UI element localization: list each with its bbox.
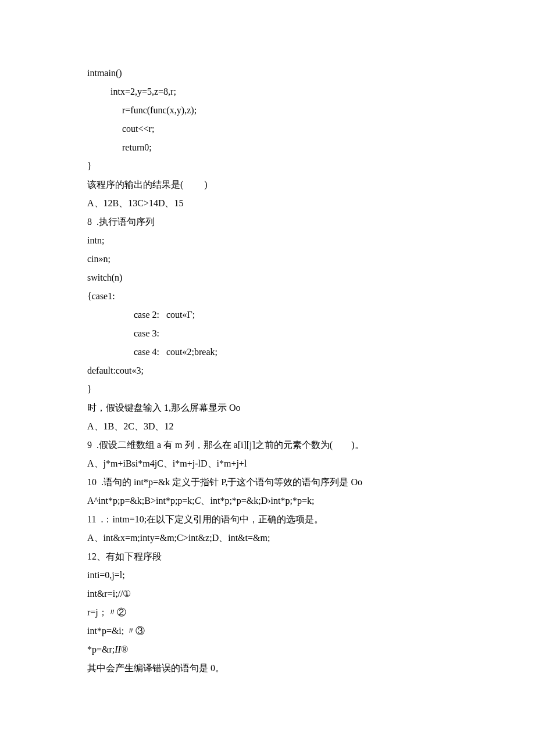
code-line: r=func(func(x,y),z); <box>87 101 448 120</box>
code-line: intmain() <box>87 64 448 83</box>
code-line: switch(n) <box>87 268 448 287</box>
question-heading: 8 .执行语句序列 <box>87 213 448 231</box>
code-line: {case1: <box>87 287 448 306</box>
code-line: intn; <box>87 231 448 250</box>
question-heading: 9 .假设二维数组 a 有 m 列，那么在 a[i][j]之前的元素个数为( )… <box>87 436 448 454</box>
code-part-italic: II® <box>115 644 128 654</box>
code-line: return0; <box>87 138 448 157</box>
code-line: int&r=i;//① <box>87 585 448 603</box>
answer-options: A、j*m+iBsi*m4jC、i*m+j-lD、i*m+j+l <box>87 454 448 473</box>
code-line: } <box>87 380 448 399</box>
code-line: intx=2,y=5,z=8,r; <box>87 83 448 101</box>
question-heading: 12、有如下程序段 <box>87 547 448 566</box>
code-line: int*p=&i; 〃③ <box>87 622 448 640</box>
answer-options: A、1B、2C、3D、12 <box>87 417 448 436</box>
question-text: 其中会产生编译错误的语句是 0。 <box>87 659 448 678</box>
question-text: 该程序的输出的结果是( ) <box>87 175 448 194</box>
question-heading: 10 .语句的 int*p=&k 定义于指针 P,于这个语句等效的语句序列是 O… <box>87 473 448 492</box>
code-line: } <box>87 157 448 175</box>
code-line: case 2: cout«Γ; <box>87 306 448 324</box>
answer-options: A、12B、13C>14D、15 <box>87 194 448 213</box>
code-line: case 3: <box>87 324 448 343</box>
code-line: cin»n; <box>87 250 448 268</box>
option-part-italic: C <box>195 496 201 506</box>
code-line: case 4: cout«2;break; <box>87 343 448 361</box>
option-part: A^int*p;p=&k;B>int*p;p=k; <box>87 496 195 506</box>
code-line: *p=&r;II® <box>87 640 448 659</box>
code-line: default:cout«3; <box>87 361 448 380</box>
question-heading: 11 .：intm=10;在以下定义引用的语句中，正确的选项是。 <box>87 510 448 529</box>
code-line: cout<<r; <box>87 120 448 138</box>
answer-options: A^int*p;p=&k;B>int*p;p=k;C、int*p;*p=&k;D… <box>87 492 448 510</box>
option-part: 、int*p;*p=&k;D›int*p;*p=k; <box>201 496 314 506</box>
code-line: inti=0,j=l; <box>87 566 448 585</box>
code-part: *p=&r; <box>87 644 115 654</box>
document-page: intmain() intx=2,y=5,z=8,r; r=func(func(… <box>0 0 535 756</box>
question-text: 时，假设键盘输入 1,那么屏幕显示 Oo <box>87 399 448 417</box>
answer-options: A、int&x=m;inty=&m;C>int&z;D、int&t=&m; <box>87 529 448 547</box>
code-line: r=j；〃② <box>87 603 448 622</box>
